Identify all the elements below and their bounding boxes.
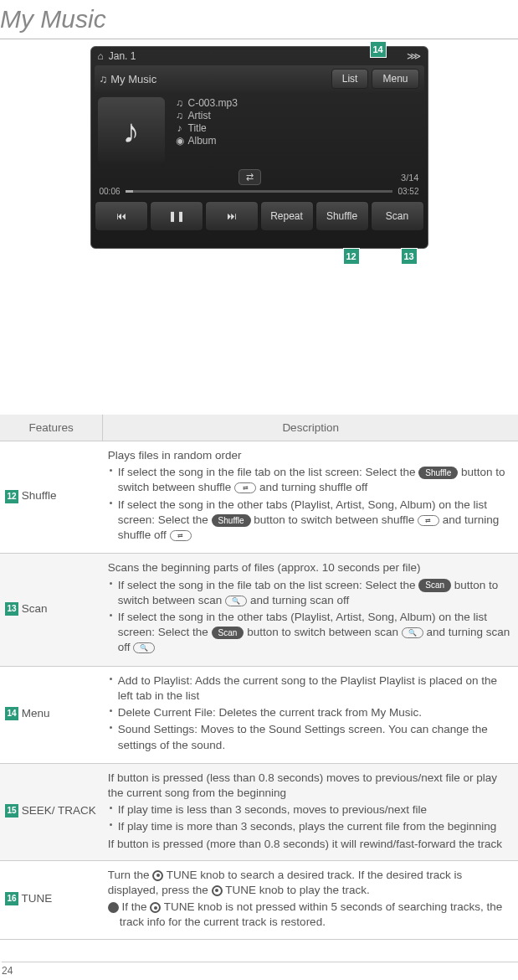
tune-paragraph-1: Turn the TUNE knob to search a desired t… xyxy=(108,868,511,898)
feature-name: SEEK/ TRACK xyxy=(22,804,96,817)
note-icon: ♪ xyxy=(175,122,185,134)
description-cell: Plays files in random order If select th… xyxy=(103,441,518,554)
callout-12: 12 xyxy=(343,248,360,265)
app-title: My Music xyxy=(107,73,328,85)
shuffle-on-icon: ⇄ xyxy=(418,515,439,526)
list-item: If select the song in the other tabs (Pl… xyxy=(108,498,511,544)
callout-number: 13 xyxy=(5,602,18,616)
top-bar: ♫ My Music List Menu xyxy=(95,65,424,92)
progress-bar[interactable] xyxy=(126,190,393,193)
file-icon: ♫ xyxy=(175,97,185,109)
list-item: Sound Settings: Moves to the Sound Setti… xyxy=(108,722,511,752)
list-item: If select the song in the other tabs (Pl… xyxy=(108,610,511,656)
home-icon: ⌂ xyxy=(98,50,104,62)
progress-row: 00:06 03:52 xyxy=(100,187,419,196)
shuffle-off-icon: ⇄ xyxy=(170,530,192,541)
callout-number: 14 xyxy=(5,707,18,720)
description-cell: Add to Playlist: Adds the current song t… xyxy=(103,666,518,763)
album-art: ♪ xyxy=(98,97,165,164)
time-total: 03:52 xyxy=(397,187,418,196)
tune-knob-icon xyxy=(152,870,163,881)
feature-cell: 14 Menu xyxy=(0,666,103,763)
description-cell: Scans the beginning parts of files (appr… xyxy=(103,554,518,666)
list-item: If select the song in the file tab on th… xyxy=(108,578,511,608)
table-row: 12 Shuffle Plays files in random order I… xyxy=(0,441,518,554)
callout-number: 12 xyxy=(5,490,18,503)
callout-number: 16 xyxy=(5,892,18,905)
list-item: Delete Current File: Deletes the current… xyxy=(108,705,511,720)
list-item: If select the song in the file tab on th… xyxy=(108,465,511,495)
scan-button[interactable]: Scan xyxy=(371,201,424,231)
feature-name: Shuffle xyxy=(22,489,57,502)
next-button[interactable]: ⏭ xyxy=(205,201,259,231)
scan-pill: Scan xyxy=(212,627,244,640)
header-features: Features xyxy=(0,415,103,441)
feature-cell: 15 SEEK/ TRACK xyxy=(0,763,103,860)
prev-button[interactable]: ⏮ xyxy=(95,201,148,231)
shuffle-button[interactable]: Shuffle xyxy=(315,201,369,231)
shuffle-indicator-icon: ⇄ xyxy=(238,169,261,185)
scan-off-icon: 🔍 xyxy=(133,642,155,653)
page-number: 24 xyxy=(2,962,518,977)
scan-pill: Scan xyxy=(418,579,451,592)
table-row: 16 TUNE Turn the TUNE knob to search a d… xyxy=(0,860,518,939)
artist-icon: ♫ xyxy=(175,110,185,121)
screenshot-container: ⌂ Jan. 1 ⋙ ♫ My Music List Menu ♪ ♫C-003… xyxy=(90,46,428,249)
feature-cell: 16 TUNE xyxy=(0,860,103,939)
description-cell: If button is pressed (less than 0.8 seco… xyxy=(103,763,518,860)
list-item: If play time is less than 3 seconds, mov… xyxy=(108,802,511,818)
scan-on-icon: 🔍 xyxy=(225,596,247,606)
feature-name: Scan xyxy=(22,602,48,615)
feature-name: Menu xyxy=(22,707,50,720)
artist-label: Artist xyxy=(188,110,211,121)
player-screenshot: ⌂ Jan. 1 ⋙ ♫ My Music List Menu ♪ ♫C-003… xyxy=(90,46,428,249)
track-count-row: ⇄ 3/14 xyxy=(100,169,419,185)
scan-on-icon: 🔍 xyxy=(402,627,423,638)
description-cell: Turn the TUNE knob to search a desired t… xyxy=(103,860,518,939)
album-label: Album xyxy=(188,135,217,147)
mymusic-icon: ♫ xyxy=(100,73,108,85)
list-button[interactable]: List xyxy=(331,69,369,89)
table-row: 14 Menu Add to Playlist: Adds the curren… xyxy=(0,666,518,763)
table-row: 15 SEEK/ TRACK If button is pressed (les… xyxy=(0,763,518,860)
menu-button[interactable]: Menu xyxy=(372,69,418,89)
file-name: C-003.mp3 xyxy=(188,97,238,109)
info-icon: i xyxy=(108,902,119,913)
description-lead: Plays files in random order xyxy=(108,448,511,463)
description-lead: If button is pressed (less than 0.8 seco… xyxy=(108,771,511,801)
features-table: Features Description 12 Shuffle Plays fi… xyxy=(0,415,518,940)
feature-cell: 12 Shuffle xyxy=(0,441,103,554)
page-title: My Music xyxy=(0,0,518,39)
feature-cell: 13 Scan xyxy=(0,554,103,666)
time-elapsed: 00:06 xyxy=(100,187,121,196)
repeat-button[interactable]: Repeat xyxy=(260,201,314,231)
callout-number: 15 xyxy=(5,804,18,818)
callout-14: 14 xyxy=(370,41,387,58)
tune-paragraph-2: i If the TUNE knob is not pressed within… xyxy=(108,900,511,930)
wifi-icon: ⋙ xyxy=(407,50,421,62)
tune-knob-icon xyxy=(212,885,223,896)
now-playing-area: ♪ ♫C-003.mp3 ♫Artist ♪Title ◉Album xyxy=(98,97,421,164)
track-counter: 3/14 xyxy=(401,173,418,183)
list-item: If play time is more than 3 seconds, pla… xyxy=(108,819,511,834)
pause-button[interactable]: ❚❚ xyxy=(150,201,203,231)
shuffle-on-icon: ⇄ xyxy=(234,482,256,493)
tune-knob-icon xyxy=(150,902,161,913)
description-tail: If button is pressed (more than 0.8 seco… xyxy=(108,837,511,852)
track-metadata: ♫C-003.mp3 ♫Artist ♪Title ◉Album xyxy=(165,97,421,164)
list-item: Add to Playlist: Adds the current song t… xyxy=(108,673,511,704)
description-lead: Scans the beginning parts of files (appr… xyxy=(108,560,511,575)
player-controls: ⏮ ❚❚ ⏭ Repeat Shuffle Scan xyxy=(95,201,424,231)
table-row: 13 Scan Scans the beginning parts of fil… xyxy=(0,554,518,666)
album-icon: ◉ xyxy=(175,135,185,147)
callout-13: 13 xyxy=(401,248,418,265)
title-divider xyxy=(0,39,518,39)
title-label: Title xyxy=(188,122,207,134)
shuffle-pill: Shuffle xyxy=(212,514,251,528)
header-description: Description xyxy=(103,415,518,441)
feature-name: TUNE xyxy=(22,892,53,905)
status-date: Jan. 1 xyxy=(109,50,402,62)
shuffle-pill: Shuffle xyxy=(418,467,458,480)
